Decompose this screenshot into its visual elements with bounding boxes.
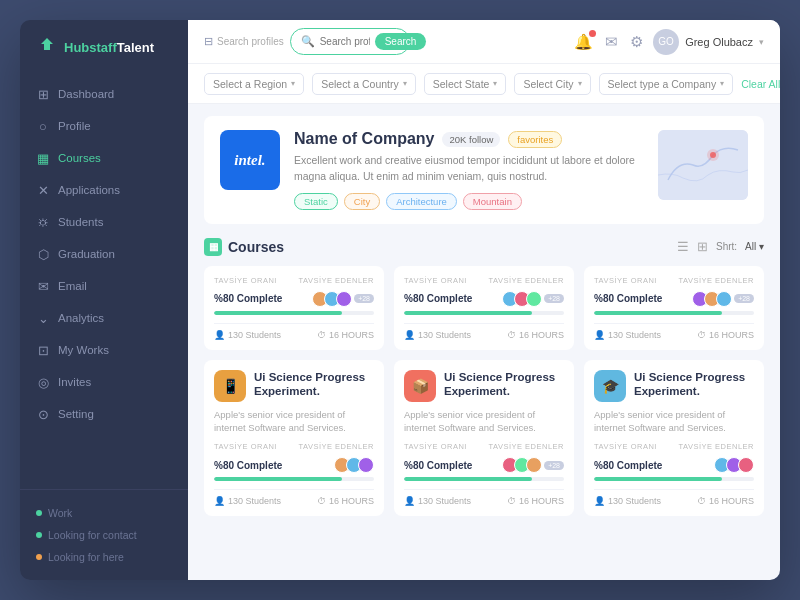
students-icon: 👤 (594, 496, 605, 506)
sort-dropdown[interactable]: All ▾ (745, 241, 764, 252)
region-select[interactable]: Select a Region ▾ (204, 73, 304, 95)
sidebar-item-myworks[interactable]: ⊡ My Works (20, 334, 188, 366)
footer-item-work[interactable]: Work (36, 502, 172, 524)
company-select[interactable]: Select type a Company ▾ (599, 73, 734, 95)
country-select[interactable]: Select a Country ▾ (312, 73, 416, 95)
sidebar-item-label: Profile (58, 120, 91, 132)
progress-text: %80 Complete (594, 460, 662, 471)
sidebar-item-label: My Works (58, 344, 109, 356)
hours-stat: ⏱ 16 HOURS (317, 496, 374, 506)
sidebar-item-analytics[interactable]: ⌄ Analytics (20, 302, 188, 334)
avatar (336, 291, 352, 307)
search-input[interactable] (320, 36, 370, 47)
progress-bar (404, 477, 564, 481)
card2-icon: 📦 (404, 370, 436, 402)
favorites-button[interactable]: favorites (508, 131, 562, 148)
tag-mountain[interactable]: Mountain (463, 193, 522, 210)
search-box: 🔍 Search (290, 28, 410, 55)
card-label-right: TAVSİYE EDENLER (298, 276, 374, 285)
dot-icon (36, 532, 42, 538)
students-stat: 👤 130 Students (404, 496, 471, 506)
search-submit-button[interactable]: Search (375, 33, 427, 50)
user-menu[interactable]: GO Greg Olubacz ▾ (653, 29, 764, 55)
chevron-down-icon: ▾ (403, 79, 407, 88)
footer-item-looking-contact[interactable]: Looking for contact (36, 524, 172, 546)
card-stats: 👤 130 Students ⏱ 16 HOURS (214, 323, 374, 340)
more-badge: +28 (544, 294, 564, 303)
topbar: ⊟ Search profiles 🔍 Search 🔔 ✉ ⚙ GO Greg… (188, 20, 780, 64)
progress-row: %80 Complete (214, 457, 374, 473)
progress-text: %80 Complete (404, 293, 472, 304)
students-icon: ⛭ (36, 215, 50, 229)
city-select[interactable]: Select City ▾ (514, 73, 590, 95)
email-icon: ✉ (36, 279, 50, 293)
sidebar-item-invites[interactable]: ◎ Invites (20, 366, 188, 398)
avatar (526, 457, 542, 473)
courses-icon: ▦ (204, 238, 222, 256)
sidebar-item-dashboard[interactable]: ⊞ Dashboard (20, 78, 188, 110)
progress-bar (214, 311, 374, 315)
tag-static[interactable]: Static (294, 193, 338, 210)
card-label-left: TAVSİYE ORANI (594, 276, 657, 285)
students-stat: 👤 130 Students (214, 496, 281, 506)
myworks-icon: ⊡ (36, 343, 50, 357)
card-label-left: TAVSİYE ORANI (214, 442, 277, 451)
state-select[interactable]: Select State ▾ (424, 73, 507, 95)
chevron-down-icon: ▾ (493, 79, 497, 88)
sidebar-item-students[interactable]: ⛭ Students (20, 206, 188, 238)
tag-architecture[interactable]: Architecture (386, 193, 457, 210)
notification-badge (589, 30, 596, 37)
card-stats: 👤 130 Students ⏱ 16 HOURS (404, 323, 564, 340)
hours-stat: ⏱ 16 HOURS (507, 330, 564, 340)
tag-city[interactable]: City (344, 193, 380, 210)
card-label-left: TAVSİYE ORANI (404, 442, 467, 451)
students-stat: 👤 130 Students (404, 330, 471, 340)
notification-button[interactable]: 🔔 (574, 33, 593, 51)
card2-header: 📱 Ui Science Progress Experiment. (214, 370, 374, 402)
sidebar-item-label: Graduation (58, 248, 115, 260)
sidebar-item-profile[interactable]: ○ Profile (20, 110, 188, 142)
hours-stat: ⏱ 16 HOURS (507, 496, 564, 506)
avatar (738, 457, 754, 473)
sidebar-item-applications[interactable]: ✕ Applications (20, 174, 188, 206)
card-stats: 👤 130 Students ⏱ 16 HOURS (404, 489, 564, 506)
filter-button[interactable]: ⊟ Search profiles (204, 35, 284, 48)
more-badge: +28 (734, 294, 754, 303)
list-view-icon[interactable]: ☰ (677, 239, 689, 254)
company-description: Excellent work and creative eiusmod temp… (294, 153, 644, 185)
sidebar-item-graduation[interactable]: ⬡ Graduation (20, 238, 188, 270)
chevron-down-icon: ▾ (759, 37, 764, 47)
card-label-left: TAVSİYE ORANI (404, 276, 467, 285)
chevron-down-icon: ▾ (720, 79, 724, 88)
students-icon: 👤 (214, 496, 225, 506)
company-name: Name of Company (294, 130, 434, 148)
course-card2: 📱 Ui Science Progress Experiment. Apple'… (204, 360, 384, 517)
sidebar-item-courses[interactable]: ▦ Courses (20, 142, 188, 174)
progress-fill (404, 311, 532, 315)
avatars-row (334, 457, 374, 473)
sidebar-item-email[interactable]: ✉ Email (20, 270, 188, 302)
sidebar-item-setting[interactable]: ⊙ Setting (20, 398, 188, 430)
grid-view-icon[interactable]: ⊞ (697, 239, 708, 254)
message-button[interactable]: ✉ (605, 33, 618, 51)
sidebar-item-label: Setting (58, 408, 94, 420)
card-label-right: TAVSİYE EDENLER (488, 276, 564, 285)
progress-text: %80 Complete (214, 293, 282, 304)
sidebar: HubstaffTalent ⊞ Dashboard ○ Profile ▦ C… (20, 20, 188, 580)
progress-bar (214, 477, 374, 481)
avatars-row: +28 (692, 291, 754, 307)
students-stat: 👤 130 Students (594, 330, 661, 340)
card2-icon: 🎓 (594, 370, 626, 402)
avatars-row: +28 (502, 457, 564, 473)
sidebar-item-label: Courses (58, 152, 101, 164)
course-grid-row1: TAVSİYE ORANI TAVSİYE EDENLER %80 Comple… (204, 266, 764, 350)
clock-icon: ⏱ (317, 330, 326, 340)
footer-item-looking-here[interactable]: Looking for here (36, 546, 172, 568)
clock-icon: ⏱ (507, 330, 516, 340)
progress-fill (594, 477, 722, 481)
settings-button[interactable]: ⚙ (630, 33, 643, 51)
courses-icon: ▦ (36, 151, 50, 165)
card-stats: 👤 130 Students ⏱ 16 HOURS (594, 489, 754, 506)
progress-row: %80 Complete +28 (214, 291, 374, 307)
clear-all-button[interactable]: Clear All (741, 78, 780, 90)
